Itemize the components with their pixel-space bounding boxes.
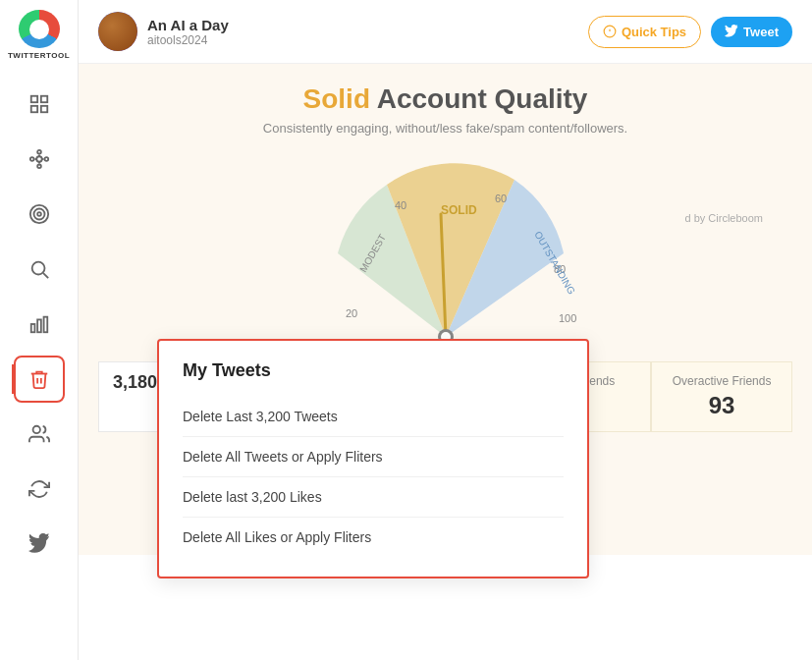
header-actions: Quick Tips Tweet	[588, 16, 792, 48]
dropdown-item-2[interactable]: Delete last 3,200 Likes	[183, 477, 564, 518]
title-solid: Solid	[303, 83, 370, 114]
sidebar-item-network[interactable]	[14, 136, 65, 183]
dropdown-item-1[interactable]: Delete All Tweets or Apply Fliters	[183, 437, 564, 477]
sidebar-item-twitter[interactable]	[14, 521, 65, 568]
svg-text:SOLID: SOLID	[441, 203, 477, 217]
user-name: An AI a Day	[147, 17, 229, 33]
sidebar-item-analytics[interactable]	[14, 301, 65, 348]
stat-overactive: Overactive Friends 93	[651, 361, 792, 432]
logo-label: TWITTERTOOL	[8, 52, 70, 61]
target-icon	[28, 203, 50, 225]
sidebar: TWITTERTOOL	[0, 0, 79, 660]
svg-rect-2	[30, 106, 36, 112]
svg-point-16	[31, 262, 44, 275]
trash-icon	[28, 368, 50, 390]
user-handle: aitools2024	[147, 33, 229, 47]
search-icon	[28, 258, 50, 280]
quick-tips-label: Quick Tips	[622, 25, 686, 39]
svg-rect-20	[43, 317, 47, 333]
sidebar-item-dashboard[interactable]	[14, 81, 65, 128]
overactive-label: Overactive Friends	[668, 374, 776, 388]
refresh-icon	[28, 478, 50, 500]
tweet-label: Tweet	[743, 25, 779, 39]
svg-text:100: 100	[559, 312, 576, 324]
svg-point-14	[33, 209, 44, 220]
svg-rect-0	[30, 96, 36, 102]
gauge-container: 20 40 60 80 100 MODEST SOLID OUTSTANDING…	[98, 155, 792, 352]
stat-days-value: 3,180	[113, 372, 157, 392]
svg-point-6	[44, 157, 48, 161]
grid-icon	[28, 93, 50, 115]
users-icon	[28, 423, 50, 445]
svg-rect-19	[37, 319, 41, 332]
svg-point-8	[37, 165, 41, 169]
svg-rect-1	[40, 96, 46, 102]
title-rest: Account Quality	[377, 83, 588, 114]
user-info: An AI a Day aitools2024	[98, 12, 229, 51]
svg-rect-18	[30, 324, 34, 332]
tweet-bird-icon	[725, 25, 738, 38]
sidebar-item-users[interactable]	[14, 411, 65, 458]
overactive-value: 93	[668, 392, 776, 419]
sidebar-item-search[interactable]	[14, 246, 65, 293]
svg-point-4	[36, 156, 42, 162]
svg-text:20: 20	[346, 307, 357, 319]
svg-point-7	[37, 150, 41, 154]
dropdown-item-0[interactable]: Delete Last 3,200 Tweets	[183, 397, 564, 437]
quality-title: Solid Account Quality	[98, 83, 792, 115]
sidebar-item-delete[interactable]	[14, 356, 65, 403]
svg-point-21	[32, 426, 39, 433]
svg-point-15	[37, 212, 41, 216]
main-content: An AI a Day aitools2024 Quick Tips Tweet…	[79, 0, 812, 660]
avatar	[98, 12, 137, 51]
dropdown-title: My Tweets	[183, 360, 564, 381]
logo-circle	[19, 10, 60, 48]
logo: TWITTERTOOL	[14, 10, 65, 61]
user-details: An AI a Day aitools2024	[147, 17, 229, 47]
tweet-button[interactable]: Tweet	[711, 17, 792, 47]
sidebar-nav	[0, 81, 78, 568]
active-indicator	[12, 364, 16, 394]
svg-point-5	[29, 157, 33, 161]
sidebar-item-target[interactable]	[14, 191, 65, 238]
my-tweets-dropdown: My Tweets Delete Last 3,200 Tweets Delet…	[157, 339, 589, 578]
sidebar-item-sync[interactable]	[14, 466, 65, 513]
svg-rect-3	[40, 106, 46, 112]
nodes-icon	[28, 148, 50, 170]
bar-chart-icon	[28, 313, 50, 335]
svg-text:40: 40	[395, 199, 406, 211]
svg-text:60: 60	[495, 192, 507, 204]
quick-tips-button[interactable]: Quick Tips	[588, 16, 701, 48]
quality-subtitle: Consistently engaging, without/less fake…	[98, 121, 792, 136]
dropdown-item-3[interactable]: Delete All Likes or Apply Fliters	[183, 518, 564, 557]
quick-tips-icon	[603, 25, 617, 38]
header: An AI a Day aitools2024 Quick Tips Tweet	[79, 0, 812, 64]
avatar-image	[98, 12, 137, 51]
gauge-svg: 20 40 60 80 100 MODEST SOLID OUTSTANDING	[259, 155, 632, 352]
twitter-icon	[28, 533, 50, 555]
powered-by: d by Circleboom	[685, 212, 763, 224]
logo-inner	[29, 20, 49, 39]
svg-line-17	[43, 273, 48, 278]
